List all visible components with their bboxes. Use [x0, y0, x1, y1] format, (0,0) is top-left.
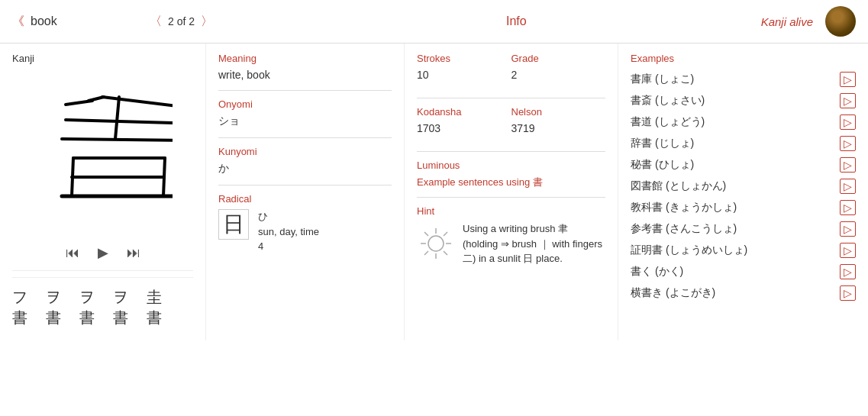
grade-value: 2 — [511, 69, 597, 81]
kanji-alive-link[interactable]: Kanji alive — [761, 15, 813, 28]
example-item: 書斎 (しょさい) ▷ — [631, 90, 856, 111]
sun-icon — [417, 224, 455, 263]
strokes-grade-grid: Strokes 10 Grade 2 — [417, 53, 605, 90]
hint-text: Using a writing brush 聿 (holding ⇒ brush… — [463, 221, 605, 266]
svg-line-5 — [62, 139, 173, 140]
svg-line-2 — [102, 97, 173, 108]
grade-label: Grade — [511, 53, 597, 64]
luminous-label: Luminous — [417, 160, 605, 171]
example-item: 辞書 (じしょ) ▷ — [631, 133, 856, 154]
header-center: Info — [287, 15, 746, 28]
meaning-panel: Meaning write, book Onyomi ショ Kunyomi か … — [206, 44, 405, 340]
nav-next-arrow[interactable]: 〉 — [201, 14, 213, 30]
svg-line-16 — [424, 232, 428, 236]
example-play-button[interactable]: ▷ — [840, 264, 856, 279]
kodansha-label: Kodansha — [417, 106, 502, 118]
examples-list: 書庫 (しょこ) ▷ 書斎 (しょさい) ▷ 書道 (しょどう) ▷ 辞書 (じ… — [631, 69, 856, 304]
example-play-button[interactable]: ▷ — [840, 72, 856, 87]
example-item: 横書き (よこがき) ▷ — [631, 282, 856, 304]
prev-button[interactable]: ⏮ — [66, 245, 79, 261]
strokes-col: Strokes 10 — [417, 53, 511, 90]
example-item: 書く (かく) ▷ — [631, 261, 856, 282]
example-play-button[interactable]: ▷ — [840, 221, 856, 237]
svg-line-19 — [424, 251, 428, 255]
example-play-button[interactable]: ▷ — [840, 93, 856, 108]
nav-position: 2 of 2 — [168, 15, 195, 27]
radical-box: 日 ひ sun, day, time 4 — [218, 209, 392, 254]
meaning-label: Meaning — [218, 53, 392, 64]
radical-info: ひ sun, day, time 4 — [258, 209, 319, 254]
info-tab[interactable]: Info — [506, 15, 527, 28]
hint-label: Hint — [417, 205, 605, 217]
example-play-button[interactable]: ▷ — [840, 200, 856, 215]
divider-2 — [218, 137, 392, 138]
examples-panel: Examples 書庫 (しょこ) ▷ 書斎 (しょさい) ▷ 書道 (しょどう… — [618, 44, 868, 340]
header-right: Kanji alive — [761, 6, 856, 37]
svg-line-4 — [66, 120, 173, 124]
example-item: 参考書 (さんこうしょ) ▷ — [631, 218, 856, 240]
example-play-button[interactable]: ▷ — [840, 285, 856, 301]
example-text: 図書館 (としょかん) — [631, 179, 726, 193]
divider-5 — [417, 151, 605, 152]
grade-col: Grade 2 — [511, 53, 606, 90]
avatar[interactable] — [825, 6, 856, 37]
example-play-button[interactable]: ▷ — [840, 157, 856, 173]
divider-4 — [417, 98, 605, 98]
main-content: Kanji — [0, 44, 868, 340]
nav-prev-arrow[interactable]: 〈 — [150, 14, 162, 30]
radical-meaning: sun, day, time — [258, 224, 319, 240]
example-play-button[interactable]: ▷ — [840, 136, 856, 151]
divider-6 — [417, 197, 605, 198]
example-play-button[interactable]: ▷ — [840, 179, 856, 194]
example-item: 図書館 (としょかん) ▷ — [631, 176, 856, 197]
kunyomi-value: か — [218, 162, 392, 176]
kanji-panel-label: Kanji — [12, 53, 193, 64]
luminous-link[interactable]: Example sentences using 書 — [417, 176, 543, 188]
example-item: 教科書 (きょうかしょ) ▷ — [631, 197, 856, 218]
header-left: 《 book — [12, 14, 134, 30]
nelson-col: Nelson 3719 — [511, 106, 606, 144]
stroke-sequence: フ ヲ ヲ ヲ 圭 書 書 書 書 書 — [12, 277, 193, 331]
example-text: 教科書 (きょうかしょ) — [631, 201, 737, 214]
example-text: 横書き (よこがき) — [631, 286, 715, 300]
radical-number: 4 — [258, 239, 319, 254]
radical-reading: ひ — [258, 209, 319, 224]
back-arrow[interactable]: 《 — [12, 14, 24, 30]
kodansha-nelson-grid: Kodansha 1703 Nelson 3719 — [417, 106, 605, 144]
app-header: 《 book 〈 2 of 2 〉 Info Kanji alive — [0, 0, 868, 44]
example-text: 書道 (しょどう) — [631, 115, 705, 129]
next-button[interactable]: ⏭ — [127, 245, 140, 261]
meaning-value: write, book — [218, 69, 392, 81]
avatar-image — [825, 6, 856, 37]
onyomi-value: ショ — [218, 114, 392, 128]
svg-line-17 — [444, 251, 447, 255]
example-item: 秘書 (ひしょ) ▷ — [631, 154, 856, 176]
nelson-label: Nelson — [511, 106, 597, 118]
nelson-value: 3719 — [511, 122, 597, 134]
strokes-value: 10 — [417, 69, 502, 81]
svg-line-18 — [444, 232, 447, 236]
kanji-drawing — [12, 70, 180, 238]
example-item: 書庫 (しょこ) ▷ — [631, 69, 856, 90]
radical-kanji-char: 日 — [218, 209, 249, 240]
example-text: 秘書 (ひしょ) — [631, 158, 694, 172]
divider-3 — [218, 185, 392, 185]
examples-label: Examples — [631, 53, 856, 64]
svg-line-3 — [115, 97, 119, 139]
example-text: 書斎 (しょさい) — [631, 94, 705, 108]
example-text: 辞書 (じしょ) — [631, 137, 694, 150]
playback-controls: ⏮ ▶ ⏭ — [12, 238, 193, 267]
play-button[interactable]: ▶ — [98, 244, 108, 261]
divider-1 — [218, 90, 392, 91]
example-text: 書庫 (しょこ) — [631, 73, 694, 86]
example-play-button[interactable]: ▷ — [840, 243, 856, 258]
example-item: 証明書 (しょうめいしょ) ▷ — [631, 240, 856, 261]
example-item: 書道 (しょどう) ▷ — [631, 111, 856, 133]
example-play-button[interactable]: ▷ — [840, 114, 856, 130]
info-panel: Strokes 10 Grade 2 Kodansha 1703 Nelson … — [405, 44, 618, 340]
svg-point-11 — [428, 236, 444, 251]
example-text: 参考書 (さんこうしょ) — [631, 222, 737, 236]
example-text: 書く (かく) — [631, 265, 683, 279]
kanji-panel: Kanji — [0, 44, 206, 340]
book-label: book — [31, 15, 57, 28]
